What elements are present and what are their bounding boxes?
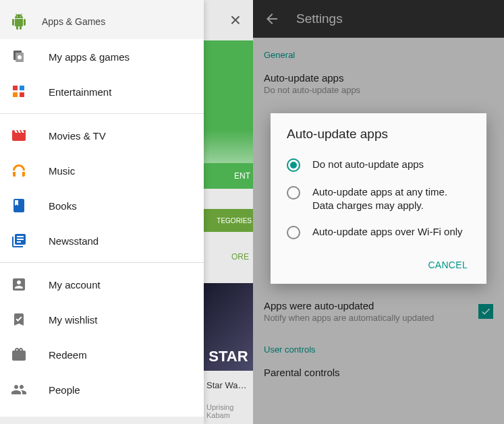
- categories-button-fragment[interactable]: TEGORIES: [204, 209, 253, 232]
- svg-rect-6: [20, 92, 24, 97]
- svg-rect-5: [13, 92, 18, 97]
- sidebar-item-my-apps[interactable]: My apps & games: [0, 39, 204, 74]
- people-icon: [11, 382, 27, 398]
- sidebar-item-movies[interactable]: Movies & TV: [0, 118, 204, 153]
- sidebar-item-label: Redeem: [49, 349, 87, 361]
- dialog-actions: CANCEL: [271, 246, 486, 278]
- radio-unselected-icon: [287, 186, 300, 200]
- close-icon[interactable]: ×: [230, 9, 241, 31]
- books-icon: [11, 198, 27, 214]
- auto-update-dialog: Auto-update apps Do not auto-update apps…: [271, 113, 486, 284]
- radio-label: Do not auto-update apps: [312, 158, 424, 171]
- cancel-button[interactable]: CANCEL: [420, 254, 476, 276]
- drawer-header[interactable]: Apps & Games: [0, 0, 204, 39]
- sidebar-item-my-account[interactable]: My account: [0, 267, 204, 302]
- drawer-spacer: [0, 407, 204, 417]
- radio-label: Auto-update apps over Wi-Fi only: [312, 225, 463, 239]
- radio-selected-icon: [287, 158, 300, 172]
- sidebar-item-music[interactable]: Music: [0, 153, 204, 188]
- radio-option-any-time[interactable]: Auto-update apps at any time. Data charg…: [271, 179, 486, 218]
- radio-label: Auto-update apps at any time. Data charg…: [312, 185, 470, 212]
- dialog-title: Auto-update apps: [271, 127, 486, 151]
- sidebar-item-label: My wishlist: [49, 314, 98, 326]
- sidebar-item-settings[interactable]: Settings: [0, 417, 204, 424]
- sidebar-item-label: Entertainment: [49, 86, 111, 98]
- settings-screen: Settings General Auto-update apps Do not…: [253, 0, 504, 424]
- app-subtitle-fragment: Uprising Kabam: [204, 403, 253, 419]
- svg-rect-4: [20, 86, 24, 90]
- sidebar-item-label: My account: [49, 279, 101, 291]
- play-store-drawer-screen: × ENT TEGORIES ORE STAR Star Wa… Uprisin…: [0, 0, 253, 424]
- myapps-icon: [11, 49, 27, 65]
- newsstand-icon: [11, 233, 27, 249]
- sidebar-item-label: My apps & games: [49, 51, 130, 63]
- sidebar-item-label: Newsstand: [49, 235, 99, 247]
- movies-icon: [11, 127, 27, 144]
- sidebar-item-label: Movies & TV: [49, 130, 106, 142]
- navigation-drawer: Apps & Games My apps & games Entertainme…: [0, 0, 204, 424]
- sidebar-item-redeem[interactable]: Redeem: [0, 337, 204, 372]
- music-icon: [11, 162, 27, 179]
- app-thumbnail[interactable]: STAR: [204, 283, 253, 371]
- sidebar-item-books[interactable]: Books: [0, 188, 204, 223]
- drawer-divider: [0, 262, 204, 263]
- background-content: × ENT TEGORIES ORE STAR Star Wa… Uprisin…: [204, 0, 253, 424]
- svg-rect-3: [13, 86, 18, 90]
- featured-banner: [204, 40, 253, 169]
- sidebar-item-label: Books: [49, 200, 77, 212]
- star-wars-text: STAR: [208, 348, 248, 365]
- entertainment-icon: [11, 84, 27, 100]
- app-title-fragment: Star Wa…: [204, 377, 253, 393]
- sidebar-item-label: Music: [49, 165, 75, 177]
- radio-option-wifi-only[interactable]: Auto-update apps over Wi-Fi only: [271, 218, 486, 246]
- redeem-icon: [11, 346, 27, 363]
- account-icon: [11, 276, 27, 293]
- install-button-fragment[interactable]: ENT: [204, 163, 253, 189]
- drawer-divider: [0, 113, 204, 114]
- android-icon: [11, 13, 27, 30]
- radio-option-do-not-update[interactable]: Do not auto-update apps: [271, 151, 486, 179]
- wishlist-icon: [11, 311, 27, 328]
- sidebar-item-label: People: [49, 384, 80, 396]
- sidebar-item-wishlist[interactable]: My wishlist: [0, 302, 204, 337]
- drawer-header-label: Apps & Games: [42, 16, 105, 27]
- more-label-fragment[interactable]: ORE: [204, 252, 253, 262]
- svg-point-2: [18, 55, 22, 59]
- radio-unselected-icon: [287, 226, 300, 239]
- sidebar-item-newsstand[interactable]: Newsstand: [0, 223, 204, 258]
- sidebar-item-people[interactable]: People: [0, 372, 204, 407]
- sidebar-item-entertainment[interactable]: Entertainment: [0, 74, 204, 109]
